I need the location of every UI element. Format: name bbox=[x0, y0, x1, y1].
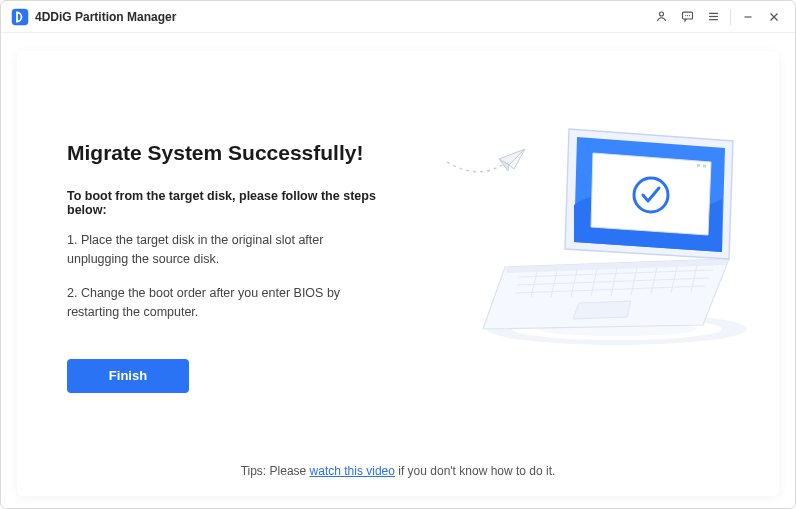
app-title: 4DDiG Partition Manager bbox=[35, 10, 176, 24]
svg-rect-28 bbox=[703, 165, 706, 168]
card-body: Migrate System Successfully! To boot fro… bbox=[67, 101, 729, 460]
svg-rect-27 bbox=[697, 164, 700, 167]
tips-line: Tips: Please watch this video if you don… bbox=[67, 460, 729, 478]
close-button[interactable] bbox=[761, 5, 787, 29]
svg-point-5 bbox=[688, 15, 689, 16]
result-card: Migrate System Successfully! To boot fro… bbox=[17, 51, 779, 496]
finish-button[interactable]: Finish bbox=[67, 359, 189, 393]
svg-point-4 bbox=[686, 15, 687, 16]
titlebar: 4DDiG Partition Manager bbox=[1, 1, 795, 33]
app-logo bbox=[11, 8, 29, 26]
instructions-heading: To boot from the target disk, please fol… bbox=[67, 189, 411, 217]
titlebar-separator bbox=[730, 9, 731, 25]
page-title: Migrate System Successfully! bbox=[67, 141, 411, 165]
tips-suffix: if you don't know how to do it. bbox=[395, 464, 555, 478]
step-1: 1. Place the target disk in the original… bbox=[67, 231, 387, 270]
minimize-button[interactable] bbox=[735, 5, 761, 29]
info-column: Migrate System Successfully! To boot fro… bbox=[67, 101, 411, 460]
step-2: 2. Change the boot order after you enter… bbox=[67, 284, 387, 323]
app-window: 4DDiG Partition Manager bbox=[0, 0, 796, 509]
tips-video-link[interactable]: watch this video bbox=[310, 464, 395, 478]
tips-prefix: Tips: Please bbox=[241, 464, 310, 478]
svg-point-3 bbox=[685, 15, 686, 16]
laptop-success-illustration bbox=[427, 107, 747, 367]
svg-rect-0 bbox=[12, 8, 29, 25]
svg-point-1 bbox=[659, 12, 663, 16]
feedback-icon[interactable] bbox=[674, 5, 700, 29]
account-icon[interactable] bbox=[648, 5, 674, 29]
illustration-column bbox=[411, 101, 729, 460]
menu-icon[interactable] bbox=[700, 5, 726, 29]
